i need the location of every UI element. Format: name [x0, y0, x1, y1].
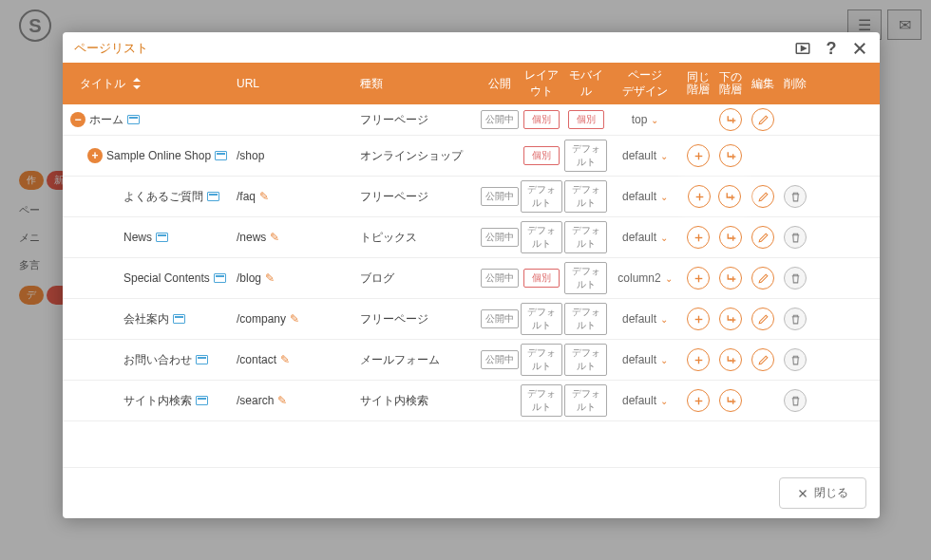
mobile-badge[interactable]: デフォルト — [564, 221, 607, 253]
row-title[interactable]: 会社案内 — [124, 311, 169, 327]
add-same-level-button[interactable] — [687, 144, 710, 167]
add-sub-level-button[interactable] — [719, 144, 742, 167]
mobile-badge[interactable]: デフォルト — [564, 384, 607, 417]
page-icon[interactable] — [196, 355, 208, 364]
delete-button[interactable] — [784, 185, 807, 208]
design-select[interactable]: default⌄ — [622, 149, 668, 162]
publish-badge[interactable]: 公開中 — [481, 350, 519, 369]
edit-button[interactable] — [751, 308, 774, 330]
design-select[interactable]: default⌄ — [622, 190, 668, 203]
edit-url-icon[interactable]: ✎ — [270, 231, 279, 244]
close-icon[interactable] — [851, 40, 868, 57]
layout-badge[interactable]: デフォルト — [521, 384, 562, 417]
edit-url-icon[interactable]: ✎ — [280, 353, 290, 366]
edit-url-icon[interactable]: ✎ — [277, 394, 287, 407]
table-row: −ホームフリーページ公開中個別個別top⌄ — [63, 104, 880, 136]
page-icon[interactable] — [127, 115, 140, 124]
layout-badge[interactable]: 個別 — [523, 269, 560, 288]
delete-button[interactable] — [784, 226, 807, 249]
col-header-delete: 削除 — [779, 76, 811, 92]
row-url: /faq — [237, 190, 256, 203]
layout-badge[interactable]: デフォルト — [521, 221, 562, 253]
mobile-badge[interactable]: デフォルト — [564, 180, 607, 213]
row-title[interactable]: よくあるご質問 — [124, 189, 203, 205]
publish-badge[interactable]: 公開中 — [481, 187, 519, 206]
layout-badge[interactable]: 個別 — [523, 110, 560, 129]
add-sub-level-button[interactable] — [719, 389, 742, 412]
publish-badge[interactable]: 公開中 — [481, 309, 519, 328]
col-header-url: URL — [237, 77, 360, 90]
add-sub-level-button[interactable] — [719, 308, 742, 330]
row-type: フリーページ — [360, 112, 480, 128]
mobile-badge[interactable]: デフォルト — [564, 303, 607, 335]
edit-url-icon[interactable]: ✎ — [265, 271, 275, 285]
row-title[interactable]: サイト内検索 — [124, 393, 192, 409]
page-icon[interactable] — [156, 233, 168, 242]
collapse-icon[interactable]: − — [70, 112, 86, 127]
row-url: /company — [237, 312, 286, 326]
row-type: サイト内検索 — [360, 393, 480, 409]
mobile-badge[interactable]: デフォルト — [564, 140, 607, 172]
expand-icon[interactable]: + — [87, 148, 103, 163]
add-sub-level-button[interactable] — [718, 185, 741, 208]
edit-button[interactable] — [751, 185, 774, 208]
delete-button[interactable] — [784, 308, 807, 330]
mobile-badge[interactable]: 個別 — [568, 110, 604, 129]
edit-button[interactable] — [751, 348, 774, 371]
add-same-level-button[interactable] — [687, 389, 710, 412]
design-select[interactable]: column2⌄ — [618, 271, 672, 285]
row-title[interactable]: News — [124, 231, 152, 244]
table-header: タイトル URL 種類 公開 レイアウト モバイル ページ デザイン 同じ 階層… — [63, 63, 880, 104]
edit-url-icon[interactable]: ✎ — [259, 190, 269, 203]
layout-badge[interactable]: デフォルト — [521, 303, 562, 335]
add-sub-level-button[interactable] — [719, 267, 742, 289]
mobile-badge[interactable]: デフォルト — [564, 262, 607, 294]
page-icon[interactable] — [214, 273, 226, 283]
design-select[interactable]: default⌄ — [622, 312, 668, 326]
page-icon[interactable] — [196, 396, 208, 405]
chevron-down-icon: ⌄ — [660, 314, 668, 325]
table-row: よくあるご質問/faq✎フリーページ公開中デフォルトデフォルトdefault⌄ — [63, 177, 880, 217]
help-icon[interactable]: ? — [823, 40, 840, 57]
add-same-level-button[interactable] — [688, 185, 711, 208]
design-select[interactable]: default⌄ — [622, 231, 668, 244]
add-same-level-button[interactable] — [687, 267, 710, 289]
col-header-sub: 下の 階層 — [714, 71, 747, 96]
layout-badge[interactable]: デフォルト — [521, 180, 562, 213]
edit-button[interactable] — [751, 226, 774, 249]
video-icon[interactable] — [794, 40, 811, 57]
add-sub-level-button[interactable] — [719, 226, 742, 249]
layout-badge[interactable]: 個別 — [523, 146, 560, 165]
row-title[interactable]: お問い合わせ — [124, 352, 192, 368]
row-title[interactable]: Sample Online Shop — [106, 149, 211, 162]
add-sub-level-button[interactable] — [719, 348, 742, 371]
design-select[interactable]: top⌄ — [632, 113, 659, 126]
close-button[interactable]: 閉じる — [779, 477, 866, 509]
edit-button[interactable] — [751, 267, 774, 289]
page-icon[interactable] — [207, 192, 219, 201]
col-header-edit: 編集 — [747, 76, 779, 92]
publish-badge[interactable]: 公開中 — [481, 269, 519, 288]
row-title[interactable]: Special Contents — [124, 271, 210, 285]
add-same-level-button[interactable] — [687, 226, 710, 249]
page-icon[interactable] — [173, 314, 185, 324]
mobile-badge[interactable]: デフォルト — [564, 344, 607, 376]
row-type: フリーページ — [360, 311, 480, 327]
page-list-modal: ページリスト ? タイトル URL 種類 公開 レイアウト モバイル ページ デ… — [63, 32, 880, 518]
delete-button[interactable] — [784, 348, 807, 371]
add-same-level-button[interactable] — [687, 308, 710, 330]
page-icon[interactable] — [215, 151, 227, 160]
design-select[interactable]: default⌄ — [622, 353, 668, 366]
row-title[interactable]: ホーム — [89, 112, 124, 128]
publish-badge[interactable]: 公開中 — [481, 110, 519, 129]
delete-button[interactable] — [784, 267, 807, 289]
col-header-title[interactable]: タイトル — [70, 76, 237, 92]
delete-button[interactable] — [784, 389, 807, 412]
add-sub-level-button[interactable] — [719, 108, 742, 131]
design-select[interactable]: default⌄ — [622, 394, 668, 407]
layout-badge[interactable]: デフォルト — [521, 344, 562, 376]
publish-badge[interactable]: 公開中 — [481, 228, 519, 247]
edit-button[interactable] — [751, 108, 774, 131]
add-same-level-button[interactable] — [687, 348, 710, 371]
edit-url-icon[interactable]: ✎ — [290, 312, 299, 326]
